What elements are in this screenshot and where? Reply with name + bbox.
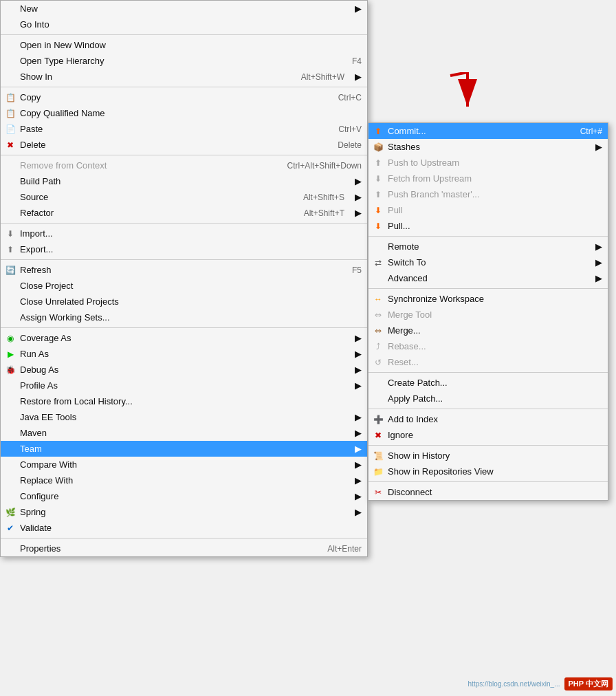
- menu-item-label: Restore from Local History...: [20, 396, 133, 406]
- left-menu-item-profile-as[interactable]: Profile As▶: [1, 378, 367, 393]
- right-menu-item-add-index[interactable]: ➕Add to Index: [368, 411, 608, 427]
- right-menu-item-push-branch[interactable]: ⬆Push Branch 'master'...: [368, 186, 608, 202]
- submenu-arrow-icon: ▶: [348, 412, 362, 422]
- right-menu-item-apply-patch[interactable]: Apply Patch...: [368, 391, 608, 406]
- menu-item-label: Ignore: [388, 430, 413, 440]
- right-menu-item-pull[interactable]: ⬇Pull: [368, 202, 608, 218]
- right-menu-item-ignore[interactable]: ✖Ignore: [368, 427, 608, 443]
- left-menu-item-debug-as[interactable]: 🐞Debug As▶: [1, 362, 367, 378]
- left-menu-item-refresh[interactable]: 🔄RefreshF5: [1, 262, 367, 278]
- left-menu-item-restore-history[interactable]: Restore from Local History...: [1, 393, 367, 409]
- menu-item-label: Validate: [20, 523, 52, 533]
- menu-item-label: Close Unrelated Projects: [20, 296, 119, 307]
- menu-item-label: Commit...: [388, 126, 426, 136]
- left-menu-item-properties[interactable]: PropertiesAlt+Enter: [1, 541, 367, 556]
- left-menu-item-run-as[interactable]: ▶Run As▶: [1, 346, 367, 362]
- left-context-menu: New▶Go IntoOpen in New WindowOpen Type H…: [0, 0, 368, 557]
- left-menu-item-replace-with[interactable]: Replace With▶: [1, 472, 367, 488]
- right-menu-item-reset[interactable]: ↺Reset...: [368, 354, 608, 370]
- left-menu-item-open-new-window[interactable]: Open in New Window: [1, 37, 367, 53]
- watermark-area: https://blog.csdn.net/weixin_... PHP 中文网: [468, 677, 613, 690]
- right-menu-item-switch-to[interactable]: ⇄Switch To▶: [368, 254, 608, 270]
- submenu-arrow-icon: ▶: [348, 333, 362, 343]
- left-menu-item-show-in[interactable]: Show InAlt+Shift+W▶: [1, 69, 367, 85]
- right-menu-item-create-patch[interactable]: Create Patch...: [368, 375, 608, 391]
- menu-item-label: Stashes: [388, 142, 420, 152]
- menu-item-label: Show in History: [388, 450, 450, 461]
- left-menu-item-configure[interactable]: Configure▶: [1, 488, 367, 504]
- right-menu-item-rebase[interactable]: ⤴Rebase...: [368, 338, 608, 354]
- rebase-icon: ⤴: [373, 341, 384, 352]
- submenu-arrow-icon: ▶: [348, 459, 362, 470]
- right-menu-item-show-repos[interactable]: 📁Show in Repositories View: [368, 464, 608, 479]
- left-menu-item-assign-working-sets[interactable]: Assign Working Sets...: [1, 309, 367, 325]
- menu-item-label: Reset...: [388, 357, 419, 367]
- menu-item-label: Go Into: [20, 19, 50, 30]
- push-icon: ⬆: [373, 157, 384, 168]
- menu-item-label: Build Path: [20, 176, 60, 186]
- submenu-arrow-icon: ▶: [348, 72, 362, 82]
- submenu-arrow-icon: ▶: [348, 365, 362, 375]
- menu-item-shortcut: Alt+Shift+W: [280, 72, 344, 82]
- right-menu-item-fetch-upstream[interactable]: ⬇Fetch from Upstream: [368, 171, 608, 186]
- submenu-arrow-icon: ▶: [348, 192, 362, 202]
- copy-icon: 📋: [5, 108, 16, 119]
- push-icon: ⬆: [373, 189, 384, 200]
- right-menu-item-commit[interactable]: ⬆Commit...Ctrl+#: [368, 123, 608, 139]
- menu-item-label: Add to Index: [388, 414, 438, 424]
- left-menu-item-java-ee-tools[interactable]: Java EE Tools▶: [1, 409, 367, 425]
- right-menu-item-disconnect[interactable]: ✂Disconnect: [368, 484, 608, 500]
- left-menu-item-compare-with[interactable]: Compare With▶: [1, 457, 367, 472]
- menu-item-label: Copy: [20, 92, 41, 102]
- left-menu-item-close-project[interactable]: Close Project: [1, 278, 367, 294]
- menu-separator: [1, 34, 367, 35]
- submenu-arrow-icon: ▶: [588, 273, 602, 283]
- left-menu-item-remove-context[interactable]: Remove from ContextCtrl+Alt+Shift+Down: [1, 157, 367, 173]
- right-menu-item-pull-dialog[interactable]: ⬇Pull...: [368, 218, 608, 234]
- menu-item-label: Fetch from Upstream: [388, 173, 472, 184]
- right-menu-item-show-history[interactable]: 📜Show in History: [368, 448, 608, 464]
- menu-separator: [368, 481, 608, 482]
- menu-item-label: Show in Repositories View: [388, 466, 494, 477]
- left-menu-item-validate[interactable]: ✔Validate: [1, 520, 367, 536]
- right-menu-item-advanced[interactable]: Advanced▶: [368, 270, 608, 286]
- menu-item-label: Open in New Window: [20, 40, 106, 50]
- menu-item-label: Compare With: [20, 459, 77, 470]
- fetch-icon: ⬇: [373, 173, 384, 184]
- php-badge: PHP 中文网: [564, 677, 613, 690]
- left-menu-item-source[interactable]: SourceAlt+Shift+S▶: [1, 189, 367, 205]
- right-menu-item-push-upstream[interactable]: ⬆Push to Upstream: [368, 155, 608, 171]
- left-menu-item-open-type-hierarchy[interactable]: Open Type HierarchyF4: [1, 53, 367, 69]
- left-menu-item-new[interactable]: New▶: [1, 1, 367, 17]
- right-menu-item-merge[interactable]: ⇔Merge...: [368, 323, 608, 338]
- left-menu-item-export[interactable]: ⬆Export...: [1, 241, 367, 257]
- left-menu-item-coverage-as[interactable]: ◉Coverage As▶: [1, 330, 367, 346]
- menu-item-label: Close Project: [20, 281, 73, 291]
- left-menu-item-maven[interactable]: Maven▶: [1, 425, 367, 441]
- right-menu-item-merge-tool[interactable]: ⇔Merge Tool: [368, 307, 608, 323]
- submenu-arrow-icon: ▶: [348, 208, 362, 218]
- left-menu-item-go-into[interactable]: Go Into: [1, 17, 367, 32]
- submenu-arrow-icon: ▶: [588, 257, 602, 268]
- left-menu-item-delete[interactable]: ✖DeleteDelete: [1, 137, 367, 153]
- commit-icon: ⬆: [373, 126, 384, 137]
- menu-item-shortcut: Alt+Shift+S: [283, 193, 344, 202]
- left-menu-item-spring[interactable]: 🌿Spring▶: [1, 504, 367, 520]
- menu-item-label: Pull: [388, 205, 403, 215]
- left-menu-item-copy-qualified[interactable]: 📋Copy Qualified Name: [1, 105, 367, 121]
- menu-item-label: Paste: [20, 124, 43, 134]
- left-menu-item-close-unrelated[interactable]: Close Unrelated Projects: [1, 294, 367, 309]
- left-menu-item-copy[interactable]: 📋CopyCtrl+C: [1, 89, 367, 105]
- right-menu-item-sync-workspace[interactable]: ↔Synchronize Workspace: [368, 291, 608, 307]
- right-submenu: ⬆Commit...Ctrl+#📦Stashes▶⬆Push to Upstre…: [368, 122, 608, 501]
- stash-icon: 📦: [373, 142, 384, 153]
- left-menu-item-team[interactable]: Team▶: [1, 441, 367, 457]
- right-menu-item-remote[interactable]: Remote▶: [368, 239, 608, 254]
- left-menu-item-import[interactable]: ⬇Import...: [1, 226, 367, 241]
- menu-item-shortcut: Delete: [317, 140, 362, 150]
- left-menu-item-build-path[interactable]: Build Path▶: [1, 173, 367, 189]
- left-menu-item-refactor[interactable]: RefactorAlt+Shift+T▶: [1, 205, 367, 221]
- refresh-icon: 🔄: [5, 265, 16, 276]
- left-menu-item-paste[interactable]: 📄PasteCtrl+V: [1, 121, 367, 137]
- right-menu-item-stashes[interactable]: 📦Stashes▶: [368, 139, 608, 155]
